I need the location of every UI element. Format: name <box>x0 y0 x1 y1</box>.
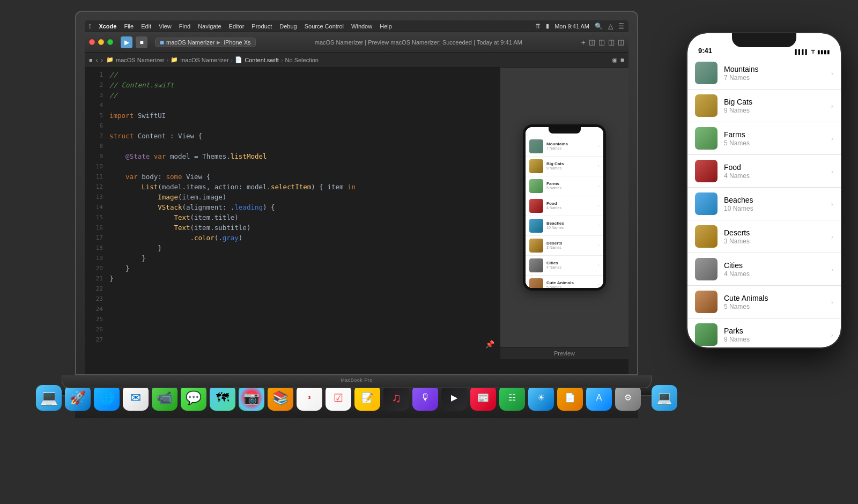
item-text-beaches: Beaches 10 Names <box>724 196 825 212</box>
bc-selection: No Selection <box>285 57 319 63</box>
dock-contacts[interactable]: 📚 <box>268 385 293 411</box>
menu-edit[interactable]: Edit <box>141 23 151 29</box>
dock-mail[interactable]: ✉ <box>123 385 149 411</box>
list-item-farms[interactable]: Farms 5 Names › <box>687 122 841 155</box>
dock-appletv[interactable]: ▶ <box>441 385 467 411</box>
iphone-status-icons: ▌▌▌▌ ⇈ ▮▮▮▮ <box>795 49 830 55</box>
list-item-animals[interactable]: Cute Animals 5 Names › <box>687 286 841 318</box>
list-item-beaches[interactable]: Beaches 10 Names › <box>687 188 841 220</box>
code-editor[interactable]: 1// 2// Content.swift 3// 4 5import Swif… <box>85 68 500 359</box>
author-icon[interactable]: ◉ <box>612 56 617 64</box>
dock-finder[interactable]: 💻 <box>36 385 62 411</box>
bc-file[interactable]: Content.swift <box>245 57 279 63</box>
thumb-beaches <box>695 192 718 215</box>
dock-messages[interactable]: 💬 <box>181 385 206 411</box>
layout3-icon[interactable]: ◫ <box>618 38 624 47</box>
item-text-mountains: Mountains 7 Names <box>724 65 825 81</box>
item-subtitle-deserts: 3 Names <box>724 238 825 245</box>
menu-product[interactable]: Product <box>252 23 272 29</box>
item-text-food: Food 4 Names <box>724 163 825 180</box>
layout1-icon[interactable]: ◫ <box>598 38 605 47</box>
battery-icon: ▮ <box>546 23 549 29</box>
list-item-deserts[interactable]: Deserts 3 Names › <box>687 220 841 253</box>
iphone-screen: 9:41 ▌▌▌▌ ⇈ ▮▮▮▮ Mountains 7 Names › <box>687 33 841 347</box>
mini-thumb-farms <box>529 179 543 193</box>
macbook:  Xcode File Edit View Find Navigate Edi… <box>75 11 638 418</box>
dock-music[interactable]: ♫ <box>383 385 409 411</box>
split-icon[interactable]: ◫ <box>589 38 595 47</box>
maximize-button[interactable] <box>107 39 113 45</box>
iphone-list[interactable]: Mountains 7 Names › Big Cats 9 Names › F… <box>687 57 841 347</box>
bc-project[interactable]: macOS Namerizer <box>116 57 164 63</box>
chevron-mountains: › <box>831 69 833 77</box>
chevron-food: › <box>831 167 833 175</box>
search-icon[interactable]: 🔍 <box>595 23 603 30</box>
bc-project2[interactable]: macOS Namerizer <box>180 57 228 63</box>
list-item-bigcats[interactable]: Big Cats 9 Names › <box>687 90 841 122</box>
dock-launchpad[interactable]: 🚀 <box>65 385 91 411</box>
dock-finder2[interactable]: 💻 <box>652 385 677 411</box>
menu-navigate[interactable]: Navigate <box>198 23 221 29</box>
mini-thumb-cities <box>529 258 543 272</box>
dock-podcasts[interactable]: 🎙 <box>412 385 438 411</box>
stop-button[interactable]: ■ <box>136 36 147 48</box>
run-button[interactable]: ▶ <box>121 36 132 48</box>
dock-notes[interactable]: 📝 <box>354 385 380 411</box>
layout2-icon[interactable]: ◫ <box>608 38 615 47</box>
dock-keynote[interactable]: ☀ <box>528 385 554 411</box>
user-icon: △ <box>608 23 613 30</box>
thumb-parks <box>695 323 718 346</box>
item-subtitle-bigcats: 9 Names <box>724 107 825 114</box>
list-item-cities[interactable]: Cities 4 Names › <box>687 253 841 286</box>
menu-debug[interactable]: Debug <box>279 23 297 29</box>
xcode-toolbar: ▶ ■ ◼ macOS Namerizer ▶ iPhone Xs macOS … <box>85 32 628 53</box>
chevron-farms: › <box>831 135 833 143</box>
item-title-farms: Farms <box>724 130 825 139</box>
thumb-mountains <box>695 62 718 84</box>
menu-xcode[interactable]: Xcode <box>99 23 116 29</box>
chevron-beaches: › <box>831 200 833 208</box>
nav-forward-icon[interactable]: › <box>101 57 103 63</box>
dock-facetime[interactable]: 📹 <box>152 385 177 411</box>
close-button[interactable] <box>89 39 95 45</box>
menu-source-control[interactable]: Source Control <box>305 23 344 29</box>
dock-numbers[interactable]: ☷ <box>499 385 525 411</box>
mini-list-food: Food4 Names › <box>526 196 603 216</box>
chevron-cities: › <box>831 265 833 273</box>
mini-thumb-animals <box>529 278 543 288</box>
menu-window[interactable]: Window <box>351 23 372 29</box>
list-item-parks[interactable]: Parks 9 Names › <box>687 318 841 347</box>
add-icon[interactable]: + <box>581 38 586 47</box>
list-item-food[interactable]: Food 4 Names › <box>687 155 841 188</box>
menu-editor[interactable]: Editor <box>229 23 245 29</box>
pin-icon[interactable]: 📌 <box>485 340 494 349</box>
dock-safari[interactable]: 🌐 <box>94 385 120 411</box>
menu-find[interactable]: Find <box>179 23 190 29</box>
iphone-signal-icon: ▌▌▌▌ <box>795 49 809 55</box>
dock-calendar[interactable]: 3 <box>297 385 322 411</box>
item-title-food: Food <box>724 163 825 172</box>
scheme-selector[interactable]: ◼ macOS Namerizer ▶ iPhone Xs <box>155 38 256 47</box>
iphone-wifi-icon: ⇈ <box>811 49 815 55</box>
menu-file[interactable]: File <box>124 23 134 29</box>
nav-grid-icon[interactable]: ■ <box>89 57 93 63</box>
dock-photos[interactable]: 📷 <box>239 385 264 411</box>
dock-pages[interactable]: 📄 <box>557 385 583 411</box>
dock-news[interactable]: 📰 <box>470 385 496 411</box>
item-text-bigcats: Big Cats 9 Names <box>724 98 825 114</box>
dock-reminders[interactable]: ☑ <box>326 385 351 411</box>
thumb-animals <box>695 291 718 313</box>
dock-appstore[interactable]: A <box>586 385 612 411</box>
minimize-button[interactable] <box>98 39 104 45</box>
iphone-notch <box>732 33 796 47</box>
menu-view[interactable]: View <box>159 23 172 29</box>
nav-back-icon[interactable]: ‹ <box>96 57 98 63</box>
dock-systemprefs[interactable]: ⚙ <box>615 385 641 411</box>
related-icon[interactable]: ■ <box>620 56 624 64</box>
dock-maps[interactable]: 🗺 <box>210 385 235 411</box>
menu-help[interactable]: Help <box>380 23 392 29</box>
item-subtitle-parks: 9 Names <box>724 336 825 343</box>
item-subtitle-animals: 5 Names <box>724 303 825 310</box>
item-text-animals: Cute Animals 5 Names <box>724 294 825 310</box>
list-item-mountains[interactable]: Mountains 7 Names › <box>687 57 841 90</box>
